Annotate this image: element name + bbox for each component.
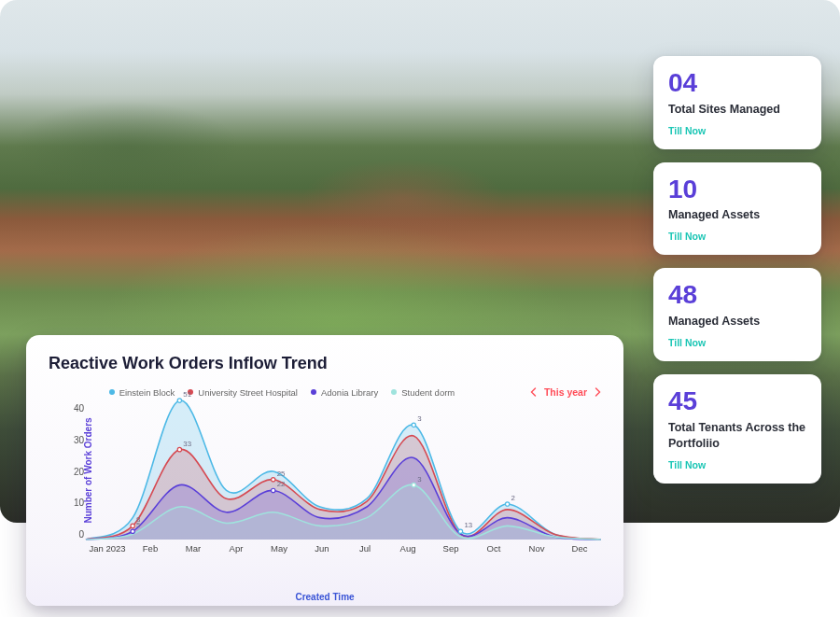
stat-card-assets-1[interactable]: 10 Managed Assets Till Now bbox=[653, 162, 821, 256]
svg-point-18 bbox=[412, 483, 415, 486]
svg-point-8 bbox=[131, 524, 134, 527]
stat-value: 04 bbox=[668, 69, 806, 98]
svg-text:13: 13 bbox=[464, 521, 472, 529]
chart-legend: Einstein Block University Street Hospita… bbox=[49, 386, 601, 398]
svg-text:22: 22 bbox=[277, 480, 286, 488]
svg-text:3: 3 bbox=[417, 475, 422, 484]
stat-sublabel: Till Now bbox=[668, 231, 806, 242]
stat-title: Managed Assets bbox=[668, 314, 806, 330]
svg-point-2 bbox=[412, 423, 415, 427]
svg-text:25: 25 bbox=[277, 470, 286, 478]
chart-period-label: This year bbox=[544, 386, 587, 398]
stat-card-assets-2[interactable]: 48 Managed Assets Till Now bbox=[653, 268, 821, 361]
svg-point-0 bbox=[177, 399, 181, 402]
legend-item[interactable]: Einstein Block bbox=[109, 387, 175, 398]
stat-title: Total Tenants Across the Portfoliio bbox=[668, 420, 806, 452]
chart-card: Reactive Work Orders Inflow Trend Einste… bbox=[26, 335, 623, 606]
svg-text:2: 2 bbox=[511, 494, 516, 502]
svg-point-4 bbox=[458, 529, 462, 533]
stat-sublabel: Till Now bbox=[668, 337, 806, 348]
legend-item[interactable]: Student dorm bbox=[391, 387, 455, 398]
chart-x-ticks: Jan 2023FebMarAprMayJunJulAugSepOctNovDe… bbox=[86, 543, 601, 562]
stat-card-sites[interactable]: 04 Total Sites Managed Till Now bbox=[653, 56, 821, 149]
chart-x-axis-label: Created Time bbox=[295, 592, 354, 602]
stat-title: Managed Assets bbox=[668, 207, 806, 223]
stat-value: 45 bbox=[668, 387, 806, 416]
chart-period-selector[interactable]: This year bbox=[530, 386, 601, 398]
chart-y-ticks: 403020100 bbox=[62, 403, 84, 540]
stat-value: 48 bbox=[668, 281, 806, 310]
legend-label: Student dorm bbox=[401, 387, 455, 398]
chevron-right-icon bbox=[595, 387, 601, 397]
svg-point-12 bbox=[272, 478, 275, 482]
svg-point-14 bbox=[131, 529, 134, 533]
svg-text:3: 3 bbox=[417, 414, 422, 423]
chart-plot-area: 403020100 513132833255223 Jan 2023FebMar… bbox=[86, 403, 601, 562]
stat-sublabel: Till Now bbox=[668, 125, 806, 136]
legend-dot-icon bbox=[311, 389, 316, 395]
stat-card-tenants[interactable]: 45 Total Tenants Across the Portfoliio T… bbox=[653, 374, 821, 484]
legend-dot-icon bbox=[391, 389, 397, 395]
legend-label: Adonia Library bbox=[321, 387, 378, 398]
svg-point-6 bbox=[505, 502, 509, 506]
svg-point-10 bbox=[177, 447, 181, 451]
legend-item[interactable]: Adonia Library bbox=[311, 387, 378, 398]
stat-sublabel: Till Now bbox=[668, 459, 806, 470]
chart-title: Reactive Work Orders Inflow Trend bbox=[49, 354, 601, 373]
chevron-left-icon bbox=[530, 387, 537, 397]
svg-text:5: 5 bbox=[136, 521, 141, 529]
legend-dot-icon bbox=[109, 389, 115, 395]
stats-column: 04 Total Sites Managed Till Now 10 Manag… bbox=[653, 56, 821, 484]
stat-title: Total Sites Managed bbox=[668, 102, 806, 118]
svg-text:33: 33 bbox=[183, 440, 191, 448]
stat-value: 10 bbox=[668, 175, 806, 204]
svg-point-16 bbox=[272, 488, 275, 492]
svg-text:51: 51 bbox=[183, 390, 191, 399]
legend-label: Einstein Block bbox=[119, 387, 175, 398]
legend-label: University Street Hospital bbox=[198, 387, 298, 398]
legend-item[interactable]: University Street Hospital bbox=[188, 387, 298, 398]
